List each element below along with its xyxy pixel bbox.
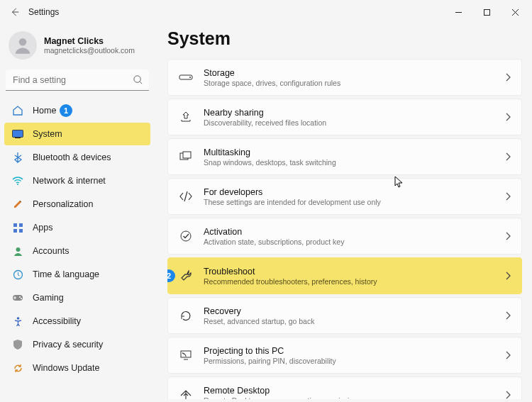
sidebar-item-label: Windows Update <box>33 363 100 373</box>
shield-icon <box>13 339 23 350</box>
sidebar-item-gaming[interactable]: Gaming <box>4 286 150 309</box>
sidebar-item-privacy[interactable]: Privacy & security <box>4 333 150 356</box>
accessibility-icon <box>13 316 23 327</box>
minimize-button[interactable] <box>444 1 472 23</box>
profile-email: magnetclicks@outlook.com <box>44 46 135 55</box>
sidebar-item-label: Apps <box>33 223 53 233</box>
card-subtitle: Storage space, drives, configuration rul… <box>204 79 494 87</box>
svg-point-14 <box>21 298 22 299</box>
card-title: Multitasking <box>204 147 494 157</box>
recovery-icon <box>179 310 192 321</box>
svg-point-15 <box>16 317 19 320</box>
card-nearby-sharing[interactable]: Nearby sharingDiscoverability, received … <box>167 99 522 135</box>
remote-icon <box>179 389 192 399</box>
card-title: Projecting to this PC <box>204 346 494 356</box>
sidebar-item-network[interactable]: Network & internet <box>4 169 150 192</box>
share-icon <box>179 111 192 123</box>
svg-rect-9 <box>19 229 23 233</box>
wifi-icon <box>12 176 23 186</box>
card-title: Activation <box>204 227 494 237</box>
profile-name: Magnet Clicks <box>44 36 135 46</box>
chevron-right-icon <box>504 232 511 240</box>
card-projecting[interactable]: Projecting to this PCPermissions, pairin… <box>167 337 522 374</box>
card-recovery[interactable]: RecoveryReset, advanced startup, go back <box>167 297 522 334</box>
svg-point-13 <box>19 296 21 298</box>
card-activation[interactable]: ActivationActivation state, subscription… <box>167 218 522 255</box>
card-subtitle: Discoverability, received files location <box>204 118 494 127</box>
sidebar-item-update[interactable]: Windows Update <box>4 357 150 379</box>
card-multitasking[interactable]: MultitaskingSnap windows, desktops, task… <box>167 138 522 175</box>
chevron-right-icon <box>504 272 511 280</box>
svg-rect-19 <box>183 152 191 158</box>
apps-icon <box>13 223 23 233</box>
svg-rect-6 <box>13 223 17 227</box>
step-badge-1: 1 <box>60 104 72 117</box>
svg-rect-0 <box>484 9 489 15</box>
card-for-developers[interactable]: For developersThese settings are intende… <box>167 178 522 215</box>
wrench-icon <box>179 269 192 282</box>
developer-icon <box>179 190 192 203</box>
sidebar-item-label: Home <box>33 106 56 116</box>
card-troubleshoot[interactable]: 2 TroubleshootRecommended troubleshooter… <box>167 257 522 294</box>
card-remote-desktop[interactable]: Remote DesktopRemote Desktop users, conn… <box>167 376 522 399</box>
arrow-left-icon <box>10 7 20 17</box>
card-subtitle: Permissions, pairing PIN, discoverabilit… <box>204 357 494 365</box>
profile-block[interactable]: Magnet Clicks magnetclicks@outlook.com <box>4 27 150 67</box>
window-title: Settings <box>28 7 59 17</box>
chevron-right-icon <box>504 113 511 121</box>
sidebar-item-accessibility[interactable]: Accessibility <box>4 310 150 333</box>
sidebar-item-time[interactable]: Time & language <box>4 263 150 286</box>
card-subtitle: Snap windows, desktops, task switching <box>204 158 494 167</box>
titlebar: Settings <box>0 0 532 24</box>
svg-point-17 <box>189 77 191 78</box>
card-title: Remote Desktop <box>204 386 494 396</box>
sidebar-item-accounts[interactable]: Accounts <box>4 240 150 262</box>
close-button[interactable] <box>501 1 529 23</box>
projecting-icon <box>179 350 192 361</box>
close-icon <box>511 9 519 16</box>
update-icon <box>13 363 23 374</box>
maximize-button[interactable] <box>472 1 501 23</box>
sidebar-item-label: Accessibility <box>33 316 81 326</box>
sidebar-item-label: Bluetooth & devices <box>33 152 111 162</box>
sidebar-item-system[interactable]: System <box>4 123 150 145</box>
search-input[interactable] <box>6 69 149 91</box>
home-icon <box>12 105 23 116</box>
settings-list[interactable]: StorageStorage space, drives, configurat… <box>167 59 526 399</box>
person-icon <box>13 35 33 55</box>
sidebar-item-bluetooth[interactable]: Bluetooth & devices <box>4 146 150 169</box>
svg-rect-3 <box>13 130 23 138</box>
card-subtitle: These settings are intended for developm… <box>204 198 494 206</box>
card-title: Troubleshoot <box>204 267 494 277</box>
card-title: For developers <box>204 187 494 197</box>
sidebar-item-label: Time & language <box>33 269 99 279</box>
card-title: Storage <box>204 68 494 78</box>
chevron-right-icon <box>504 73 511 82</box>
bluetooth-icon <box>13 152 23 163</box>
avatar <box>9 31 37 60</box>
svg-rect-8 <box>13 229 17 233</box>
svg-rect-4 <box>15 138 21 138</box>
svg-point-1 <box>19 38 27 46</box>
chevron-right-icon <box>504 152 511 161</box>
sidebar-item-apps[interactable]: Apps <box>4 216 150 239</box>
storage-icon <box>179 74 193 81</box>
card-storage[interactable]: StorageStorage space, drives, configurat… <box>167 59 522 96</box>
brush-icon <box>12 199 23 210</box>
minimize-icon <box>455 9 462 16</box>
chevron-right-icon <box>504 311 511 320</box>
back-button[interactable] <box>3 0 27 24</box>
maximize-icon <box>483 9 491 16</box>
sidebar-item-personalization[interactable]: Personalization <box>4 193 150 216</box>
search-field[interactable] <box>6 69 149 91</box>
chevron-right-icon <box>504 391 511 399</box>
sidebar-item-home[interactable]: Home 1 <box>4 99 150 122</box>
card-title: Recovery <box>204 306 494 316</box>
sidebar-nav: Home 1 System Bluetooth & devices Networ… <box>4 99 150 379</box>
system-icon <box>12 130 23 138</box>
card-subtitle: Reset, advanced startup, go back <box>204 317 494 325</box>
main-panel: System StorageStorage space, drives, con… <box>155 24 532 402</box>
accounts-icon <box>13 246 23 257</box>
search-icon <box>133 74 143 85</box>
sidebar-item-label: Network & internet <box>33 176 106 186</box>
